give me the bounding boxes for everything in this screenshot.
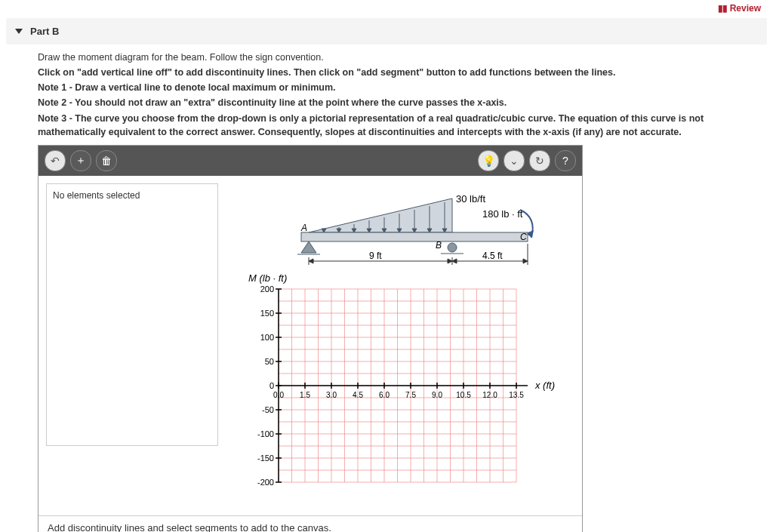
review-label: Review — [730, 3, 761, 14]
plot-svg: 30 lb/ft 180 lb · ft A B C — [226, 183, 573, 508]
svg-text:4.5: 4.5 — [353, 391, 363, 399]
svg-text:0.0: 0.0 — [273, 391, 284, 399]
svg-text:1.5: 1.5 — [300, 391, 310, 399]
instruction-lead: Draw the moment diagram for the beam. Fo… — [38, 51, 767, 64]
svg-text:10.5: 10.5 — [456, 391, 471, 399]
beam-bar — [301, 232, 528, 241]
svg-text:200: 200 — [260, 284, 274, 294]
undo-button[interactable]: ↶ — [45, 150, 66, 171]
note-1: Note 1 - Draw a vertical line to denote … — [38, 81, 767, 94]
review-link[interactable]: ▮▮ Review — [0, 0, 773, 14]
svg-text:9.0: 9.0 — [432, 391, 442, 399]
reset-button[interactable]: ↻ — [529, 150, 550, 171]
svg-text:50: 50 — [265, 357, 274, 366]
load-label: 30 lb/ft — [456, 193, 485, 204]
svg-text:13.5: 13.5 — [509, 391, 524, 399]
svg-marker-25 — [309, 259, 313, 263]
canvas-toolbar: ↶ ＋ 🗑 💡 ⌄ ↻ ? — [38, 146, 582, 176]
svg-marker-27 — [452, 259, 457, 263]
label-b: B — [436, 240, 442, 251]
svg-text:-100: -100 — [257, 429, 274, 438]
dropdown-button[interactable]: ⌄ — [504, 150, 525, 171]
label-a: A — [300, 223, 307, 233]
support-b — [448, 243, 457, 252]
drawing-canvas: ↶ ＋ 🗑 💡 ⌄ ↻ ? No elements selected — [38, 145, 583, 532]
delete-button[interactable]: 🗑 — [96, 150, 117, 171]
x-ticks: 0.0 1.5 3.0 4.5 6.0 7.5 9.0 10.5 12.0 13… — [273, 391, 524, 399]
span1-label: 9 ft — [369, 251, 382, 261]
svg-text:0: 0 — [269, 381, 274, 390]
svg-text:150: 150 — [260, 309, 274, 318]
part-header[interactable]: Part B — [6, 18, 767, 45]
moment-label: 180 lb · ft — [482, 208, 523, 220]
canvas-hint: Add discontinuity lines and select segme… — [38, 515, 582, 532]
instructions: Draw the moment diagram for the beam. Fo… — [38, 51, 767, 139]
y-ticks: 200 150 100 50 0 -50 -100 -150 -200 — [257, 284, 274, 487]
svg-marker-28 — [523, 259, 528, 263]
plot-area[interactable]: 30 lb/ft 180 lb · ft A B C — [226, 183, 574, 508]
chart[interactable]: M (lb · ft) — [248, 272, 555, 487]
svg-text:12.0: 12.0 — [482, 391, 497, 399]
span2-label: 4.5 ft — [482, 251, 503, 261]
svg-text:-50: -50 — [262, 405, 274, 414]
note-3: Note 3 - The curve you choose from the d… — [38, 112, 767, 139]
svg-text:100: 100 — [260, 333, 274, 342]
add-button[interactable]: ＋ — [70, 150, 91, 171]
svg-text:6.0: 6.0 — [379, 391, 390, 399]
y-axis-label: M (lb · ft) — [248, 272, 287, 284]
collapse-icon — [15, 29, 23, 34]
svg-text:-150: -150 — [257, 454, 274, 463]
review-icon: ▮▮ — [718, 3, 727, 14]
part-title: Part B — [30, 26, 59, 37]
hint-text: Add discontinuity lines and select segme… — [48, 522, 331, 532]
selection-panel: No elements selected — [46, 183, 218, 446]
load-triangle — [309, 198, 452, 232]
svg-text:3.0: 3.0 — [326, 391, 337, 399]
note-2: Note 2 - You should not draw an "extra" … — [38, 96, 767, 109]
hint-button[interactable]: 💡 — [478, 150, 499, 171]
label-c: C — [520, 232, 527, 242]
help-button[interactable]: ? — [555, 150, 576, 171]
svg-text:-200: -200 — [257, 478, 274, 487]
selection-panel-text: No elements selected — [53, 190, 140, 201]
support-a — [301, 241, 316, 253]
svg-text:7.5: 7.5 — [405, 391, 416, 399]
x-axis-label: x (ft) — [534, 380, 555, 391]
instruction-click: Click on "add vertical line off" to add … — [38, 66, 767, 79]
